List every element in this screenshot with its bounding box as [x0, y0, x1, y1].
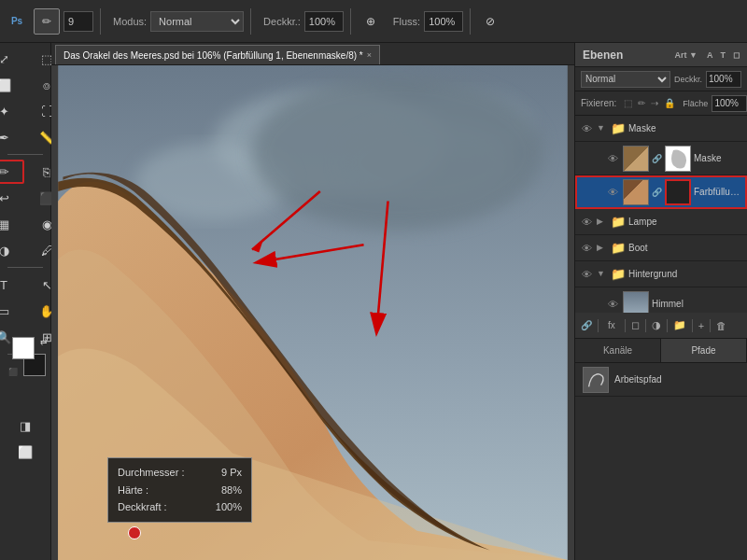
layer-group-maske[interactable]: 👁 ▼ 📁 Maske: [575, 116, 747, 142]
marquee-icon: ⬜: [0, 78, 11, 92]
layers-header-icon-d[interactable]: ◻: [733, 50, 740, 60]
deckr-input[interactable]: 100%: [304, 11, 344, 32]
layer-item-himmel[interactable]: 👁 Himmel: [575, 287, 747, 313]
move-icon: ⤢: [0, 52, 9, 66]
layers-header-icon-sort[interactable]: Art ▼: [675, 50, 698, 60]
group-btn[interactable]: 📁: [673, 319, 686, 331]
sep-left-2: [7, 267, 43, 268]
deckkraft-input[interactable]: 100%: [706, 71, 741, 88]
canvas-content[interactable]: Durchmesser : 9 Px Härte : 88% Deckkraft…: [51, 65, 574, 560]
brush-icon: ✏: [0, 164, 9, 179]
active-tool-brush[interactable]: ✏: [34, 8, 60, 35]
layer-expand-maske[interactable]: ▼: [597, 123, 608, 134]
layer-thumb-farbfullung: [623, 179, 649, 205]
layer-thumb-maske-sub: [623, 146, 649, 172]
link-btn[interactable]: 🔗: [581, 320, 592, 330]
fixieren-label: Fixieren:: [581, 98, 616, 108]
layer-group-hintergrund[interactable]: 👁 ▼ 📁 Hintergrund: [575, 261, 747, 287]
flache-input[interactable]: 100%: [712, 95, 747, 112]
delete-layer-btn[interactable]: 🗑: [716, 320, 726, 331]
reset-icon[interactable]: ⬛: [8, 368, 18, 376]
layer-eye-hintergrund[interactable]: 👁: [579, 267, 594, 282]
brush-size-input[interactable]: 9: [63, 11, 93, 32]
tooltip-hardness-label: Härte :: [118, 482, 148, 499]
deckr-label: Deckkr.:: [263, 16, 301, 27]
text-icon: T: [0, 278, 7, 292]
path-item-arbeitspfad[interactable]: Arbeitspfad: [575, 363, 747, 397]
fluss-label: Fluss:: [393, 16, 420, 27]
brush-tool[interactable]: ✏: [0, 160, 24, 184]
gradient-icon: ▦: [0, 217, 9, 231]
adj-layer-btn[interactable]: ◑: [652, 319, 661, 331]
eyedropper-tool[interactable]: ✒: [0, 125, 24, 149]
text-tool[interactable]: T: [0, 273, 24, 297]
sep-fx-4: [667, 319, 668, 332]
gradient-tool[interactable]: ▦: [0, 212, 24, 236]
tooltip-opacity-value: 100%: [216, 498, 242, 516]
layer-item-maske-sub[interactable]: 👁 🔗 Maske: [575, 142, 747, 175]
tablet-icon[interactable]: ⊘: [477, 8, 503, 35]
screen-mode-btn[interactable]: ⬜: [5, 440, 46, 464]
fx-row: 🔗 fx ◻ ◑ 📁 + 🗑: [575, 313, 747, 339]
layer-name-boot: Boot: [628, 243, 743, 253]
layers-header-icon-t[interactable]: T: [721, 50, 726, 60]
move-tool[interactable]: ⤢: [0, 47, 24, 71]
layers-title: Ebenen: [583, 49, 669, 62]
layer-eye-lampe[interactable]: 👁: [579, 215, 594, 230]
lock-transparent-icon[interactable]: ⬚: [624, 98, 632, 108]
quick-mask-btn[interactable]: ◨: [5, 413, 46, 438]
history-icon: ↩: [0, 191, 9, 205]
ps-logo[interactable]: Ps: [4, 8, 30, 35]
layer-eye-farbfullung[interactable]: 👁: [605, 185, 620, 200]
chain-maske-sub: 🔗: [652, 154, 662, 163]
layer-item-farbfullung[interactable]: 👁 🔗 Farbfüllung 1: [575, 175, 747, 209]
layer-mask-thumb-farbfullung: [665, 179, 691, 205]
layer-eye-boot[interactable]: 👁: [579, 241, 594, 256]
mask-btn[interactable]: ◻: [631, 319, 640, 331]
new-layer-btn[interactable]: +: [698, 320, 704, 331]
right-panel: Ebenen Art ▼ A T ◻ Normal Deckkr. 100% F…: [574, 43, 747, 560]
blend-mode-row: Normal Deckkr. 100%: [575, 67, 747, 91]
swap-icon[interactable]: ⇄: [40, 337, 48, 346]
tab-label: Das Orakel des Meeres.psd bei 106% (Farb…: [63, 50, 363, 61]
sep4: [470, 8, 471, 35]
dodge-tool[interactable]: ◑: [0, 238, 24, 262]
layers-header-icon-a[interactable]: A: [707, 50, 713, 60]
layer-folder-hintergrund: 📁: [611, 267, 626, 281]
layer-expand-boot[interactable]: ▶: [597, 243, 608, 254]
modus-select[interactable]: Normal: [150, 11, 244, 32]
layer-eye-himmel[interactable]: 👁: [605, 297, 620, 312]
layer-expand-lampe[interactable]: ▶: [597, 217, 608, 228]
tab-close-btn[interactable]: ×: [367, 50, 372, 60]
layer-folder-lampe: 📁: [611, 215, 626, 229]
layer-eye-maske[interactable]: 👁: [579, 121, 594, 136]
kanaele-tab[interactable]: Kanäle: [575, 339, 661, 362]
pfade-tab[interactable]: Pfade: [661, 339, 747, 362]
history-tool[interactable]: ↩: [0, 186, 24, 210]
deckkraft-label: Deckkr.: [674, 75, 702, 84]
layer-group-lampe[interactable]: 👁 ▶ 📁 Lampe: [575, 209, 747, 235]
kanaele-label: Kanäle: [603, 345, 632, 356]
quickselect-tool[interactable]: ✦: [0, 99, 24, 123]
marquee-tool[interactable]: ⬜: [0, 73, 24, 97]
layer-folder-maske: 📁: [611, 121, 626, 135]
blend-mode-select[interactable]: Normal: [581, 71, 670, 88]
fluss-input[interactable]: 100%: [424, 11, 463, 32]
layer-eye-maske-sub[interactable]: 👁: [605, 151, 620, 166]
flache-row: Fixieren: ⬚ ✏ ⇢ 🔒 Fläche 100%: [575, 91, 747, 116]
fx-btn[interactable]: fx: [604, 318, 619, 332]
sep-fx-5: [692, 319, 693, 332]
lock-position-icon[interactable]: ⇢: [651, 98, 658, 108]
shape-tool[interactable]: ▭: [0, 299, 24, 323]
layer-name-himmel: Himmel: [652, 299, 743, 309]
sep-fx-6: [710, 319, 711, 332]
layer-group-boot[interactable]: 👁 ▶ 📁 Boot: [575, 235, 747, 261]
lock-all-icon[interactable]: 🔒: [664, 98, 675, 108]
tooltip-diameter-label: Durchmesser :: [118, 464, 185, 482]
quick-mask-icon: ◨: [20, 419, 31, 433]
foreground-swatch[interactable]: [12, 337, 35, 359]
layer-expand-hintergrund[interactable]: ▼: [597, 269, 608, 280]
lock-image-icon[interactable]: ✏: [638, 98, 645, 108]
airbrush-icon[interactable]: ⊕: [358, 8, 384, 35]
document-tab[interactable]: Das Orakel des Meeres.psd bei 106% (Farb…: [55, 45, 380, 64]
